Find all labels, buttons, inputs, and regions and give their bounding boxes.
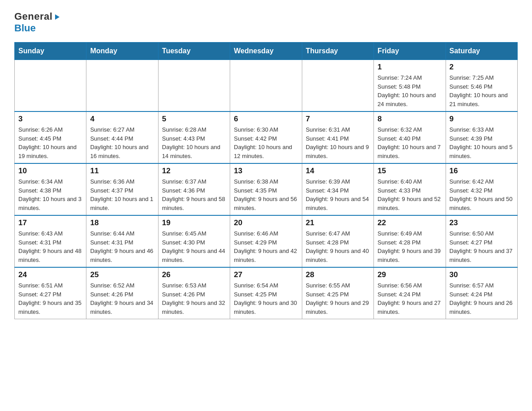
calendar-cell: 20Sunrise: 6:46 AMSunset: 4:29 PMDayligh… — [230, 215, 302, 267]
calendar-cell: 17Sunrise: 6:43 AMSunset: 4:31 PMDayligh… — [15, 215, 86, 267]
day-number: 8 — [378, 115, 442, 124]
day-info: Sunrise: 7:25 AMSunset: 5:46 PMDaylight:… — [450, 73, 514, 108]
day-number: 11 — [90, 167, 154, 176]
calendar-cell: 10Sunrise: 6:34 AMSunset: 4:38 PMDayligh… — [15, 163, 86, 215]
calendar-cell: 6Sunrise: 6:30 AMSunset: 4:42 PMDaylight… — [230, 111, 302, 163]
day-number: 1 — [378, 63, 442, 72]
day-number: 17 — [18, 218, 82, 227]
calendar-cell: 26Sunrise: 6:53 AMSunset: 4:26 PMDayligh… — [158, 267, 230, 319]
weekday-header-tuesday: Tuesday — [158, 43, 230, 60]
day-number: 25 — [90, 270, 154, 279]
calendar-week-row: 17Sunrise: 6:43 AMSunset: 4:31 PMDayligh… — [15, 215, 518, 267]
calendar-cell: 13Sunrise: 6:38 AMSunset: 4:35 PMDayligh… — [230, 163, 302, 215]
day-info: Sunrise: 6:34 AMSunset: 4:38 PMDaylight:… — [18, 177, 82, 212]
calendar-week-row: 1Sunrise: 7:24 AMSunset: 5:48 PMDaylight… — [15, 60, 518, 112]
day-number: 9 — [450, 115, 514, 124]
day-info: Sunrise: 6:44 AMSunset: 4:31 PMDaylight:… — [90, 229, 154, 264]
calendar-cell — [230, 60, 302, 112]
calendar-table: SundayMondayTuesdayWednesdayThursdayFrid… — [14, 42, 518, 319]
day-number: 14 — [306, 167, 370, 176]
calendar-cell: 18Sunrise: 6:44 AMSunset: 4:31 PMDayligh… — [86, 215, 158, 267]
calendar-cell: 11Sunrise: 6:36 AMSunset: 4:37 PMDayligh… — [86, 163, 158, 215]
day-number: 5 — [162, 115, 226, 124]
day-info: Sunrise: 6:49 AMSunset: 4:28 PMDaylight:… — [378, 229, 442, 264]
day-info: Sunrise: 6:26 AMSunset: 4:45 PMDaylight:… — [18, 125, 82, 160]
weekday-header-friday: Friday — [374, 43, 446, 60]
day-number: 28 — [306, 270, 370, 279]
calendar-cell: 14Sunrise: 6:39 AMSunset: 4:34 PMDayligh… — [302, 163, 373, 215]
day-info: Sunrise: 6:51 AMSunset: 4:27 PMDaylight:… — [18, 281, 82, 316]
day-number: 19 — [162, 218, 226, 227]
day-number: 13 — [234, 167, 298, 176]
day-number: 2 — [450, 63, 514, 72]
calendar-cell: 3Sunrise: 6:26 AMSunset: 4:45 PMDaylight… — [15, 111, 86, 163]
weekday-header-wednesday: Wednesday — [230, 43, 302, 60]
day-info: Sunrise: 6:57 AMSunset: 4:24 PMDaylight:… — [450, 281, 514, 316]
day-number: 16 — [450, 167, 514, 176]
calendar-cell: 1Sunrise: 7:24 AMSunset: 5:48 PMDaylight… — [374, 60, 446, 112]
calendar-cell: 8Sunrise: 6:32 AMSunset: 4:40 PMDaylight… — [374, 111, 446, 163]
calendar-week-row: 24Sunrise: 6:51 AMSunset: 4:27 PMDayligh… — [15, 267, 518, 319]
day-info: Sunrise: 6:40 AMSunset: 4:33 PMDaylight:… — [378, 177, 442, 212]
calendar-cell: 9Sunrise: 6:33 AMSunset: 4:39 PMDaylight… — [446, 111, 517, 163]
day-number: 18 — [90, 218, 154, 227]
calendar-week-row: 10Sunrise: 6:34 AMSunset: 4:38 PMDayligh… — [15, 163, 518, 215]
day-info: Sunrise: 6:52 AMSunset: 4:26 PMDaylight:… — [90, 281, 154, 316]
calendar-cell: 5Sunrise: 6:28 AMSunset: 4:43 PMDaylight… — [158, 111, 230, 163]
weekday-header-thursday: Thursday — [302, 43, 373, 60]
day-number: 7 — [306, 115, 370, 124]
day-info: Sunrise: 6:28 AMSunset: 4:43 PMDaylight:… — [162, 125, 226, 160]
day-number: 22 — [378, 218, 442, 227]
day-info: Sunrise: 6:54 AMSunset: 4:25 PMDaylight:… — [234, 281, 298, 316]
day-number: 15 — [378, 167, 442, 176]
calendar-cell: 25Sunrise: 6:52 AMSunset: 4:26 PMDayligh… — [86, 267, 158, 319]
day-number: 4 — [90, 115, 154, 124]
day-info: Sunrise: 6:27 AMSunset: 4:44 PMDaylight:… — [90, 125, 154, 160]
day-number: 3 — [18, 115, 82, 124]
day-info: Sunrise: 6:31 AMSunset: 4:41 PMDaylight:… — [306, 125, 370, 160]
calendar-cell — [15, 60, 86, 112]
weekday-header-sunday: Sunday — [15, 43, 86, 60]
day-info: Sunrise: 6:37 AMSunset: 4:36 PMDaylight:… — [162, 177, 226, 212]
logo-general-text: General — [14, 11, 60, 22]
calendar-cell — [302, 60, 373, 112]
calendar-week-row: 3Sunrise: 6:26 AMSunset: 4:45 PMDaylight… — [15, 111, 518, 163]
calendar-cell: 21Sunrise: 6:47 AMSunset: 4:28 PMDayligh… — [302, 215, 373, 267]
calendar-cell: 12Sunrise: 6:37 AMSunset: 4:36 PMDayligh… — [158, 163, 230, 215]
day-info: Sunrise: 6:30 AMSunset: 4:42 PMDaylight:… — [234, 125, 298, 160]
day-info: Sunrise: 6:32 AMSunset: 4:40 PMDaylight:… — [378, 125, 442, 160]
day-info: Sunrise: 6:33 AMSunset: 4:39 PMDaylight:… — [450, 125, 514, 160]
calendar-cell: 7Sunrise: 6:31 AMSunset: 4:41 PMDaylight… — [302, 111, 373, 163]
calendar-cell: 28Sunrise: 6:55 AMSunset: 4:25 PMDayligh… — [302, 267, 373, 319]
day-number: 12 — [162, 167, 226, 176]
day-number: 20 — [234, 218, 298, 227]
svg-marker-0 — [55, 14, 60, 20]
calendar-cell: 16Sunrise: 6:42 AMSunset: 4:32 PMDayligh… — [446, 163, 517, 215]
day-info: Sunrise: 6:43 AMSunset: 4:31 PMDaylight:… — [18, 229, 82, 264]
day-info: Sunrise: 6:46 AMSunset: 4:29 PMDaylight:… — [234, 229, 298, 264]
day-info: Sunrise: 6:47 AMSunset: 4:28 PMDaylight:… — [306, 229, 370, 264]
calendar-cell — [86, 60, 158, 112]
weekday-header-monday: Monday — [86, 43, 158, 60]
day-number: 30 — [450, 270, 514, 279]
logo-blue-text: Blue — [14, 22, 36, 34]
calendar-header-row: SundayMondayTuesdayWednesdayThursdayFrid… — [15, 43, 518, 60]
day-number: 23 — [450, 218, 514, 227]
calendar-cell: 4Sunrise: 6:27 AMSunset: 4:44 PMDaylight… — [86, 111, 158, 163]
day-info: Sunrise: 6:45 AMSunset: 4:30 PMDaylight:… — [162, 229, 226, 264]
day-info: Sunrise: 6:38 AMSunset: 4:35 PMDaylight:… — [234, 177, 298, 212]
calendar-cell: 27Sunrise: 6:54 AMSunset: 4:25 PMDayligh… — [230, 267, 302, 319]
day-info: Sunrise: 7:24 AMSunset: 5:48 PMDaylight:… — [378, 73, 442, 108]
day-info: Sunrise: 6:50 AMSunset: 4:27 PMDaylight:… — [450, 229, 514, 264]
day-number: 26 — [162, 270, 226, 279]
calendar-cell: 24Sunrise: 6:51 AMSunset: 4:27 PMDayligh… — [15, 267, 86, 319]
day-info: Sunrise: 6:42 AMSunset: 4:32 PMDaylight:… — [450, 177, 514, 212]
calendar-cell: 15Sunrise: 6:40 AMSunset: 4:33 PMDayligh… — [374, 163, 446, 215]
day-number: 21 — [306, 218, 370, 227]
weekday-header-saturday: Saturday — [446, 43, 517, 60]
calendar-cell: 22Sunrise: 6:49 AMSunset: 4:28 PMDayligh… — [374, 215, 446, 267]
day-info: Sunrise: 6:36 AMSunset: 4:37 PMDaylight:… — [90, 177, 154, 212]
page-header: General Blue — [14, 11, 518, 34]
calendar-cell: 23Sunrise: 6:50 AMSunset: 4:27 PMDayligh… — [446, 215, 517, 267]
day-info: Sunrise: 6:53 AMSunset: 4:26 PMDaylight:… — [162, 281, 226, 316]
